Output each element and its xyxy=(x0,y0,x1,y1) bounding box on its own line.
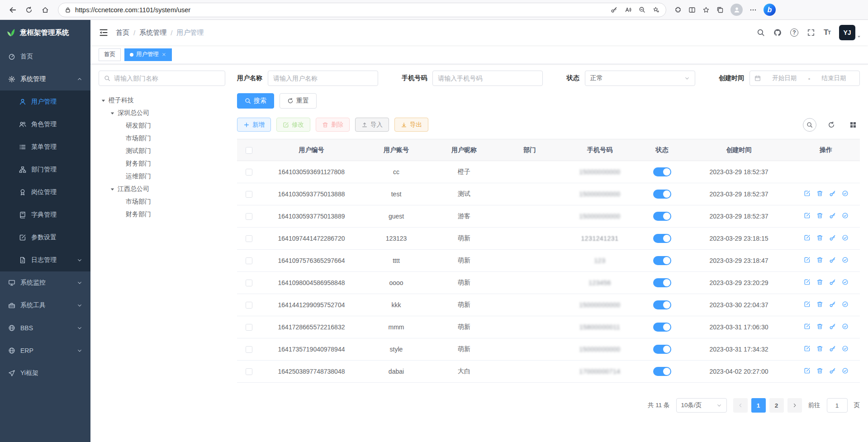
edit-icon[interactable] xyxy=(804,212,811,219)
tree-node[interactable]: 深圳总公司 xyxy=(99,107,225,119)
date-range-picker[interactable]: 开始日期 - 结束日期 xyxy=(749,71,860,86)
tree-node[interactable]: 市场部门 xyxy=(99,132,225,145)
add-button[interactable]: 新增 xyxy=(237,118,271,132)
reset-password-icon[interactable] xyxy=(829,257,836,263)
caret-down-icon[interactable] xyxy=(100,98,106,104)
sidebar-item-dict-mgmt[interactable]: 字典管理 xyxy=(0,204,90,226)
settings-dots-icon[interactable] xyxy=(749,6,757,14)
row-checkbox[interactable] xyxy=(246,257,252,264)
favorites-icon[interactable] xyxy=(702,6,710,14)
reset-password-icon[interactable] xyxy=(829,190,836,197)
next-page-button[interactable] xyxy=(787,398,802,413)
row-checkbox[interactable] xyxy=(246,191,252,198)
bing-icon[interactable]: b xyxy=(764,4,776,16)
collections-icon[interactable] xyxy=(716,6,724,14)
reset-password-icon[interactable] xyxy=(829,279,836,285)
add-favorite-icon[interactable] xyxy=(653,6,659,13)
reset-password-icon[interactable] xyxy=(829,367,836,374)
fullscreen-icon[interactable] xyxy=(807,29,815,37)
sidebar-item-erp[interactable]: ERP xyxy=(0,339,90,362)
password-key-icon[interactable] xyxy=(611,6,617,13)
sidebar-item-home[interactable]: 首页 xyxy=(0,45,90,68)
sidebar-item-log-mgmt[interactable]: 日志管理 xyxy=(0,249,90,271)
sidebar-item-menu-mgmt[interactable]: 菜单管理 xyxy=(0,136,90,158)
row-checkbox[interactable] xyxy=(246,368,252,375)
sidebar-item-system-tools[interactable]: 系统工具 xyxy=(0,294,90,317)
tree-node[interactable]: 财务部门 xyxy=(99,157,225,170)
row-checkbox[interactable] xyxy=(246,235,252,242)
row-checkbox[interactable] xyxy=(246,324,252,331)
status-select[interactable]: 正常 xyxy=(585,71,695,86)
assign-role-icon[interactable] xyxy=(842,257,849,263)
reset-button[interactable]: 重置 xyxy=(280,93,317,109)
tree-node[interactable]: 市场部门 xyxy=(99,195,225,208)
sidebar-item-dept-mgmt[interactable]: 部门管理 xyxy=(0,158,90,181)
delete-icon[interactable] xyxy=(816,257,823,263)
toggle-search-icon[interactable] xyxy=(803,118,816,132)
status-toggle[interactable] xyxy=(653,345,671,354)
extensions-icon[interactable] xyxy=(674,6,682,14)
sidebar-item-system-monitor[interactable]: 系统监控 xyxy=(0,271,90,294)
edit-icon[interactable] xyxy=(804,190,811,197)
tree-node[interactable]: 江西总公司 xyxy=(99,183,225,195)
delete-icon[interactable] xyxy=(816,190,823,197)
row-checkbox[interactable] xyxy=(246,169,252,176)
status-toggle[interactable] xyxy=(653,190,671,199)
reset-password-icon[interactable] xyxy=(829,212,836,219)
zoom-icon[interactable] xyxy=(639,6,645,13)
select-all-checkbox[interactable] xyxy=(246,147,252,154)
modify-button[interactable]: 修改 xyxy=(276,118,310,132)
sidebar-item-post-mgmt[interactable]: 岗位管理 xyxy=(0,181,90,204)
delete-icon[interactable] xyxy=(816,212,823,219)
delete-icon[interactable] xyxy=(816,301,823,308)
breadcrumb-system[interactable]: 系统管理 xyxy=(139,29,166,37)
help-icon[interactable]: ? xyxy=(790,29,798,37)
header-search-icon[interactable] xyxy=(757,29,765,37)
assign-role-icon[interactable] xyxy=(842,345,849,352)
prev-page-button[interactable] xyxy=(733,398,748,413)
column-settings-icon[interactable] xyxy=(846,118,860,132)
edit-icon[interactable] xyxy=(804,279,811,285)
delete-icon[interactable] xyxy=(816,234,823,241)
row-checkbox[interactable] xyxy=(246,213,252,220)
caret-down-icon[interactable] xyxy=(109,110,115,116)
delete-button[interactable]: 删除 xyxy=(316,118,350,132)
edit-icon[interactable] xyxy=(804,301,811,308)
reset-password-icon[interactable] xyxy=(829,323,836,330)
menu-fold-icon[interactable] xyxy=(99,28,109,38)
home-icon[interactable] xyxy=(38,3,52,17)
assign-role-icon[interactable] xyxy=(842,367,849,374)
caret-down-icon[interactable] xyxy=(109,186,115,192)
github-icon[interactable] xyxy=(773,29,782,37)
assign-role-icon[interactable] xyxy=(842,234,849,241)
page-size-select[interactable]: 10条/页 xyxy=(676,398,727,413)
status-toggle[interactable] xyxy=(653,234,671,243)
row-checkbox[interactable] xyxy=(246,280,252,286)
sidebar-item-system-mgmt[interactable]: 系统管理 xyxy=(0,68,90,90)
status-toggle[interactable] xyxy=(653,256,671,265)
status-toggle[interactable] xyxy=(653,212,671,221)
status-toggle[interactable] xyxy=(653,367,671,376)
tree-node[interactable]: 运维部门 xyxy=(99,170,225,183)
user-avatar[interactable]: YJ xyxy=(839,25,855,40)
sidebar-item-role-mgmt[interactable]: 角色管理 xyxy=(0,113,90,136)
goto-page-input[interactable] xyxy=(827,398,848,413)
tab-home[interactable]: 首页 xyxy=(99,48,121,61)
reset-password-icon[interactable] xyxy=(829,345,836,352)
edit-icon[interactable] xyxy=(804,323,811,330)
edit-icon[interactable] xyxy=(804,367,811,374)
edit-icon[interactable] xyxy=(804,345,811,352)
tab-user-mgmt[interactable]: 用户管理 xyxy=(124,48,172,61)
row-checkbox[interactable] xyxy=(246,346,252,353)
delete-icon[interactable] xyxy=(816,323,823,330)
read-aloud-icon[interactable] xyxy=(625,6,631,13)
status-toggle[interactable] xyxy=(653,300,671,309)
status-toggle[interactable] xyxy=(653,323,671,332)
username-input[interactable] xyxy=(268,71,378,86)
tree-node[interactable]: 测试部门 xyxy=(99,145,225,157)
status-toggle[interactable] xyxy=(653,278,671,287)
sidebar-item-param-settings[interactable]: 参数设置 xyxy=(0,226,90,249)
page-button-2[interactable]: 2 xyxy=(769,398,784,413)
sidebar-item-user-mgmt[interactable]: 用户管理 xyxy=(0,90,90,113)
delete-icon[interactable] xyxy=(816,279,823,285)
